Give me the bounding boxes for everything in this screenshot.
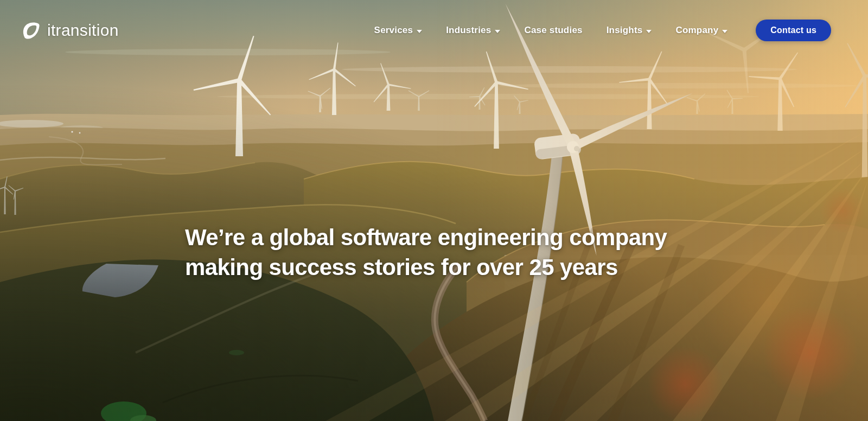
site-header: itransition Services Industries Case stu… — [0, 0, 868, 61]
hero-heading-line1: We’re a global software engineering comp… — [185, 222, 667, 252]
nav-label: Case studies — [524, 25, 582, 36]
main-nav: Services Industries Case studies Insight… — [374, 20, 831, 41]
nav-item-industries[interactable]: Industries — [446, 25, 500, 36]
brand-name: itransition — [47, 21, 119, 40]
hero-heading-line2: making success stories for over 25 years — [185, 252, 667, 282]
nav-item-company[interactable]: Company — [675, 25, 727, 36]
page: itransition Services Industries Case stu… — [0, 0, 868, 421]
chevron-down-icon — [417, 30, 422, 33]
itransition-leaf-logo-icon — [21, 21, 41, 41]
chevron-down-icon — [495, 30, 500, 33]
contact-us-button[interactable]: Contact us — [756, 20, 831, 41]
nav-label: Insights — [607, 25, 643, 36]
itransition-logo[interactable]: itransition — [21, 21, 119, 41]
hero-background-video — [0, 0, 868, 421]
nav-label: Industries — [446, 25, 491, 36]
nav-item-insights[interactable]: Insights — [607, 25, 652, 36]
nav-item-services[interactable]: Services — [374, 25, 423, 36]
nav-label: Company — [675, 25, 718, 36]
nav-label: Services — [374, 25, 413, 36]
chevron-down-icon — [722, 30, 727, 33]
nav-item-case-studies[interactable]: Case studies — [524, 25, 582, 36]
chevron-down-icon — [646, 30, 652, 33]
hero-heading: We’re a global software engineering comp… — [185, 222, 667, 282]
